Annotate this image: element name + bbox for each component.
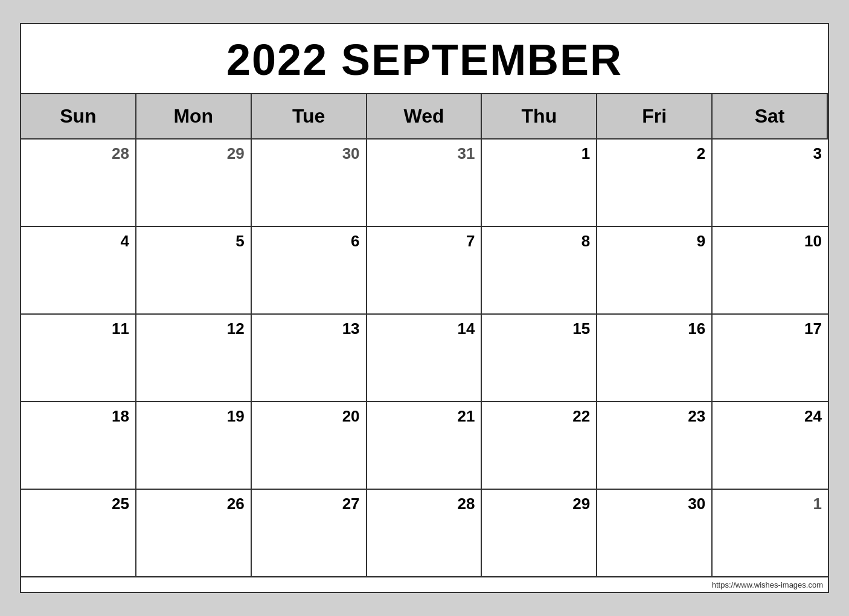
day-cell: 17 bbox=[713, 315, 828, 402]
date-number: 12 bbox=[143, 319, 245, 338]
day-cell: 29 bbox=[482, 490, 597, 577]
date-number: 11 bbox=[27, 319, 129, 338]
date-number: 1 bbox=[719, 495, 822, 513]
date-number: 26 bbox=[143, 495, 245, 513]
day-cell: 2 bbox=[597, 140, 713, 227]
calendar-grid: SunMonTueWedThuFriSat2829303112345678910… bbox=[21, 94, 828, 577]
date-number: 5 bbox=[143, 232, 245, 251]
weekday-header-wed: Wed bbox=[367, 94, 482, 140]
date-number: 3 bbox=[719, 144, 822, 163]
date-number: 16 bbox=[603, 319, 705, 338]
day-cell: 6 bbox=[252, 227, 367, 315]
date-number: 29 bbox=[488, 495, 590, 513]
day-cell: 4 bbox=[21, 227, 136, 315]
day-cell: 13 bbox=[252, 315, 367, 402]
date-number: 21 bbox=[373, 407, 475, 426]
date-number: 14 bbox=[373, 319, 475, 338]
day-cell: 8 bbox=[482, 227, 597, 315]
day-cell: 30 bbox=[597, 490, 713, 577]
date-number: 29 bbox=[143, 144, 245, 163]
date-number: 15 bbox=[488, 319, 590, 338]
date-number: 31 bbox=[373, 144, 475, 163]
weekday-header-thu: Thu bbox=[482, 94, 597, 140]
date-number: 13 bbox=[258, 319, 360, 338]
day-cell: 5 bbox=[136, 227, 252, 315]
date-number: 20 bbox=[258, 407, 360, 426]
day-cell: 21 bbox=[367, 402, 482, 490]
date-number: 8 bbox=[488, 232, 590, 251]
day-cell: 24 bbox=[713, 402, 828, 490]
date-number: 2 bbox=[603, 144, 705, 163]
weekday-header-sun: Sun bbox=[21, 94, 136, 140]
day-cell: 28 bbox=[367, 490, 482, 577]
weekday-header-sat: Sat bbox=[713, 94, 828, 140]
date-number: 9 bbox=[603, 232, 705, 251]
day-cell: 27 bbox=[252, 490, 367, 577]
day-cell: 25 bbox=[21, 490, 136, 577]
date-number: 19 bbox=[143, 407, 245, 426]
date-number: 22 bbox=[488, 407, 590, 426]
date-number: 18 bbox=[27, 407, 129, 426]
day-cell: 10 bbox=[713, 227, 828, 315]
date-number: 30 bbox=[258, 144, 360, 163]
watermark: https://www.wishes-images.com bbox=[21, 577, 828, 592]
day-cell: 23 bbox=[597, 402, 713, 490]
day-cell: 11 bbox=[21, 315, 136, 402]
day-cell: 22 bbox=[482, 402, 597, 490]
day-cell: 14 bbox=[367, 315, 482, 402]
date-number: 24 bbox=[719, 407, 822, 426]
date-number: 30 bbox=[603, 495, 705, 513]
day-cell: 30 bbox=[252, 140, 367, 227]
date-number: 17 bbox=[719, 319, 822, 338]
calendar: 2022 SEPTEMBER SunMonTueWedThuFriSat2829… bbox=[20, 23, 829, 593]
date-number: 10 bbox=[719, 232, 822, 251]
day-cell: 1 bbox=[482, 140, 597, 227]
date-number: 28 bbox=[373, 495, 475, 513]
day-cell: 1 bbox=[713, 490, 828, 577]
date-number: 28 bbox=[27, 144, 129, 163]
date-number: 23 bbox=[603, 407, 705, 426]
weekday-header-mon: Mon bbox=[136, 94, 252, 140]
day-cell: 9 bbox=[597, 227, 713, 315]
day-cell: 18 bbox=[21, 402, 136, 490]
day-cell: 29 bbox=[136, 140, 252, 227]
day-cell: 12 bbox=[136, 315, 252, 402]
date-number: 6 bbox=[258, 232, 360, 251]
day-cell: 3 bbox=[713, 140, 828, 227]
date-number: 27 bbox=[258, 495, 360, 513]
date-number: 25 bbox=[27, 495, 129, 513]
day-cell: 20 bbox=[252, 402, 367, 490]
date-number: 7 bbox=[373, 232, 475, 251]
date-number: 1 bbox=[488, 144, 590, 163]
weekday-header-fri: Fri bbox=[597, 94, 713, 140]
day-cell: 16 bbox=[597, 315, 713, 402]
day-cell: 31 bbox=[367, 140, 482, 227]
date-number: 4 bbox=[27, 232, 129, 251]
day-cell: 15 bbox=[482, 315, 597, 402]
day-cell: 28 bbox=[21, 140, 136, 227]
day-cell: 19 bbox=[136, 402, 252, 490]
day-cell: 7 bbox=[367, 227, 482, 315]
weekday-header-tue: Tue bbox=[252, 94, 367, 140]
day-cell: 26 bbox=[136, 490, 252, 577]
calendar-title: 2022 SEPTEMBER bbox=[21, 24, 828, 94]
